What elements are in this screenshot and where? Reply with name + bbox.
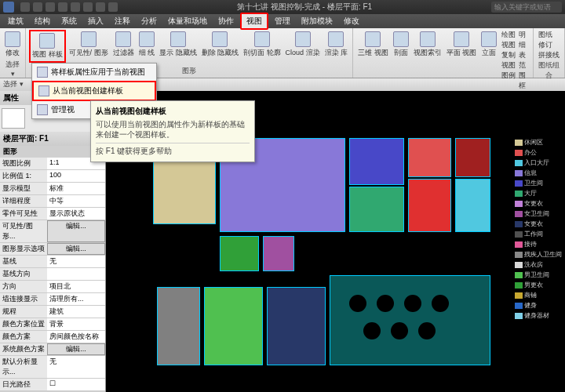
legend-label: 男更衣: [524, 281, 543, 289]
tab-manage[interactable]: 管理: [270, 14, 295, 28]
schedules-button[interactable]: 明细表: [517, 30, 530, 60]
legends-button[interactable]: 图例: [500, 71, 516, 81]
legend-label: 接待: [524, 240, 537, 249]
prop-value[interactable]: 无: [47, 356, 105, 378]
cloud-render-button[interactable]: Cloud 渲染: [284, 30, 322, 60]
prop-value[interactable]: 中等: [47, 195, 105, 207]
tab-system[interactable]: 系统: [56, 14, 82, 28]
tab-massing[interactable]: 体量和场地: [163, 14, 212, 28]
prop-value[interactable]: 建筑: [47, 306, 105, 318]
qat-icon[interactable]: [108, 2, 118, 12]
prop-value[interactable]: 编辑...: [47, 220, 105, 242]
sheet-button[interactable]: 图纸: [537, 30, 560, 40]
search-input[interactable]: 输入关键字或短语: [491, 2, 562, 13]
prop-value[interactable]: 房间颜色按名称: [47, 331, 105, 343]
prop-row: 颜色方案房间颜色按名称: [0, 331, 105, 343]
tab-analyze[interactable]: 分析: [137, 14, 162, 28]
legend-swatch: [515, 292, 523, 299]
qat-icon[interactable]: [96, 2, 105, 12]
prop-value[interactable]: 编辑...: [47, 243, 105, 255]
prop-row: 图形显示选项编辑...: [0, 243, 105, 256]
tab-collab[interactable]: 协作: [213, 14, 239, 28]
app-logo: [3, 2, 14, 13]
tooltip-title: 从当前视图创建样板: [96, 106, 250, 117]
legend-item: 办公: [515, 148, 562, 157]
tab-arch[interactable]: 建筑: [3, 14, 28, 28]
legend-item: 男更衣: [515, 281, 562, 289]
legend-item: 男卫生间: [515, 270, 562, 279]
qat-icon[interactable]: [83, 2, 93, 12]
duplicate-view-button[interactable]: 复制 视图: [500, 50, 516, 71]
elevation-button[interactable]: 立面: [479, 30, 498, 60]
show-hidden-button[interactable]: 显示 隐藏线: [158, 30, 199, 60]
prop-value[interactable]: 项目北: [47, 281, 105, 292]
instance-label[interactable]: 楼层平面: F1: [0, 132, 105, 146]
prop-value[interactable]: 100: [47, 170, 105, 182]
scope-box-button[interactable]: 范围 框: [517, 60, 530, 91]
cut-profile-button[interactable]: 剖切面 轮廓: [242, 30, 282, 60]
visibility-button[interactable]: 可见性/ 图形: [67, 30, 110, 60]
prop-value[interactable]: 背景: [47, 318, 105, 330]
prop-key: 方向: [0, 281, 47, 292]
prop-key: 图形显示选项: [0, 243, 47, 255]
prop-key: 零件可见性: [0, 208, 47, 220]
qat-icon[interactable]: [20, 2, 30, 12]
prop-row: 系统颜色方案编辑...: [0, 343, 105, 356]
prop-row: 显示模型标准: [0, 183, 105, 195]
legend-label: 女更衣: [524, 220, 543, 228]
prop-row: 日光路径☐: [0, 379, 105, 391]
tab-struct[interactable]: 结构: [30, 14, 55, 28]
prop-value[interactable]: 标准: [47, 183, 105, 194]
prop-row: 基线方向: [0, 268, 105, 281]
legend-item: 入口大厅: [515, 158, 562, 167]
section-button[interactable]: 剖面: [392, 30, 410, 60]
filters-button[interactable]: 过滤器: [111, 30, 136, 60]
qat-icon[interactable]: [58, 2, 67, 12]
legend-item: 大厅: [515, 189, 562, 198]
legend-label: 健身器材: [524, 311, 549, 320]
ribbon-group-sheets: 图纸 修订 拼接线 图纸组合: [534, 28, 565, 78]
prop-key: 可见性/图形...: [0, 220, 47, 242]
prop-value[interactable]: [47, 268, 105, 280]
legend-item: 接待: [515, 240, 562, 249]
modify-button[interactable]: 修改: [3, 30, 22, 60]
prop-value[interactable]: 编辑...: [47, 343, 105, 355]
legend-item: 女卫生间: [515, 209, 562, 218]
qat-icon[interactable]: [33, 2, 42, 12]
tab-addins[interactable]: 附加模块: [297, 14, 337, 28]
prop-value[interactable]: 清理所有...: [47, 293, 105, 305]
callout-button[interactable]: 视图索引: [412, 30, 443, 60]
3dview-button[interactable]: 三维 视图: [356, 30, 390, 60]
tab-insert[interactable]: 插入: [83, 14, 108, 28]
group-label: 图纸组合: [537, 60, 561, 81]
thinlines-button[interactable]: 细 线: [137, 30, 157, 60]
plan-views-button[interactable]: 平面 视图: [445, 30, 479, 60]
apply-template-item[interactable]: 将样板属性应用于当前视图: [32, 64, 156, 81]
qat-icon[interactable]: [46, 2, 55, 12]
prop-value[interactable]: 显示原状态: [47, 208, 105, 220]
matchline-button[interactable]: 拼接线: [537, 50, 560, 60]
qat-icon[interactable]: [71, 2, 80, 12]
remove-hidden-button[interactable]: 删除 隐藏线: [200, 30, 241, 60]
prop-value[interactable]: 无: [47, 256, 105, 267]
drafting-view-button[interactable]: 绘图 视图: [500, 30, 516, 50]
tab-annotate[interactable]: 注释: [110, 14, 135, 28]
main-area: 属性 楼层平面: F1 图形 视图比例1:1比例值 1:100显示模型标准详细程…: [0, 91, 565, 392]
view-template-button[interactable]: 视图 样板: [29, 30, 66, 63]
legend-swatch: [515, 303, 523, 309]
create-stack: 绘图 视图 复制 视图 图例: [500, 30, 516, 81]
legend-label: 洗衣房: [524, 260, 543, 269]
tab-view[interactable]: 视图: [240, 13, 268, 30]
revision-button[interactable]: 修订: [537, 40, 560, 50]
prop-row: 零件可见性显示原状态: [0, 208, 105, 220]
legend-swatch: [515, 282, 523, 289]
render-gallery-button[interactable]: 渲染 库: [323, 30, 350, 60]
group-label: 选择 ▾: [3, 60, 22, 78]
tab-modify[interactable]: 修改: [339, 14, 364, 28]
prop-row: 基线无: [0, 256, 105, 268]
create-template-item[interactable]: 从当前视图创建样板: [32, 81, 156, 101]
prop-key: 详细程度: [0, 195, 47, 207]
legend-swatch: [515, 262, 523, 268]
prop-key: 基线方向: [0, 268, 47, 280]
prop-value[interactable]: ☐: [47, 379, 105, 390]
